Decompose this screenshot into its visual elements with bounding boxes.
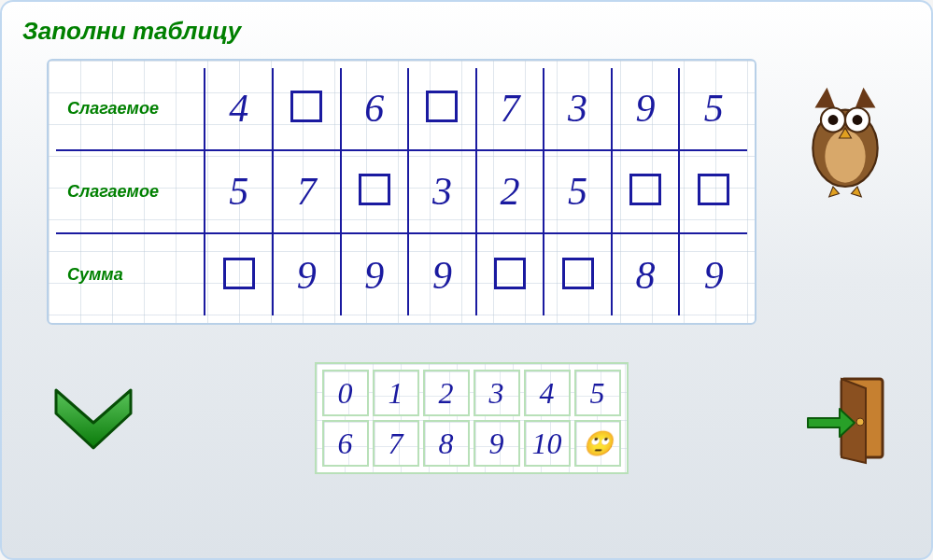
cell-value: 4 (229, 87, 248, 130)
owl-icon (794, 77, 897, 199)
cell-value: 5 (704, 87, 724, 130)
cell-value: 7 (297, 170, 317, 213)
door-icon (802, 371, 896, 465)
cell-value: 5 (229, 170, 248, 213)
cell-value: 5 (568, 170, 587, 213)
table-row: Слагаемое 4 6 7 3 9 5 (56, 68, 747, 150)
row-label-addend-1: Слагаемое (56, 68, 205, 150)
picker-tile[interactable]: 7 (373, 420, 419, 467)
picker-tile[interactable]: 4 (524, 370, 571, 416)
cell-value: 9 (364, 254, 384, 297)
blank-cell[interactable] (359, 174, 390, 205)
cell-value: 8 (636, 254, 656, 297)
picker-tile[interactable]: 9 (474, 420, 520, 467)
table-row: Слагаемое 5 7 3 2 5 (56, 150, 747, 234)
confirm-button[interactable] (47, 381, 140, 455)
row-label-sum: Сумма (56, 233, 205, 315)
cell-value: 9 (636, 87, 656, 130)
math-table-card: Слагаемое 4 6 7 3 9 5 Слагаемое 5 7 3 2 (47, 59, 756, 325)
math-table: Слагаемое 4 6 7 3 9 5 Слагаемое 5 7 3 2 (56, 68, 747, 315)
picker-tile[interactable]: 3 (474, 370, 520, 416)
owl-mascot (794, 59, 906, 203)
table-row: Сумма 9 9 9 8 9 (56, 233, 747, 315)
cell-value: 7 (500, 87, 519, 130)
blank-cell[interactable] (629, 174, 661, 205)
blank-cell[interactable] (562, 258, 594, 289)
cell-value: 6 (364, 87, 384, 130)
cell-value: 3 (568, 87, 587, 130)
blank-cell[interactable] (698, 174, 729, 205)
cell-value: 9 (704, 254, 724, 297)
page-title: Заполни таблицу (22, 17, 914, 46)
blank-cell[interactable] (223, 258, 255, 289)
bottom-bar: 0 1 2 3 4 5 6 7 8 9 10 🙄 (19, 362, 914, 474)
number-picker: 0 1 2 3 4 5 6 7 8 9 10 🙄 (315, 362, 629, 474)
picker-tile[interactable]: 0 (322, 370, 369, 416)
svg-point-4 (828, 115, 839, 125)
app-window: Заполни таблицу Слагаемое 4 6 7 3 9 5 Сл… (0, 0, 933, 560)
picker-tile[interactable]: 6 (322, 420, 369, 467)
exit-button[interactable] (802, 371, 896, 465)
picker-tile[interactable]: 2 (423, 370, 470, 416)
blank-cell[interactable] (426, 91, 458, 122)
blank-cell[interactable] (494, 258, 526, 289)
cell-value: 2 (500, 170, 519, 213)
row-label-addend-2: Слагаемое (56, 150, 205, 234)
cell-value: 9 (432, 254, 452, 297)
hint-button[interactable]: 🙄 (574, 420, 621, 467)
svg-point-7 (856, 418, 864, 426)
picker-tile[interactable]: 8 (423, 420, 470, 467)
workarea: Слагаемое 4 6 7 3 9 5 Слагаемое 5 7 3 2 (19, 59, 914, 325)
picker-tile[interactable]: 1 (373, 370, 419, 416)
chevron-down-icon (47, 381, 140, 455)
cell-value: 9 (297, 254, 317, 297)
picker-tile[interactable]: 5 (574, 370, 621, 416)
blank-cell[interactable] (290, 91, 322, 122)
picker-tile[interactable]: 10 (524, 420, 571, 467)
cell-value: 3 (432, 170, 452, 213)
svg-point-5 (853, 115, 863, 125)
